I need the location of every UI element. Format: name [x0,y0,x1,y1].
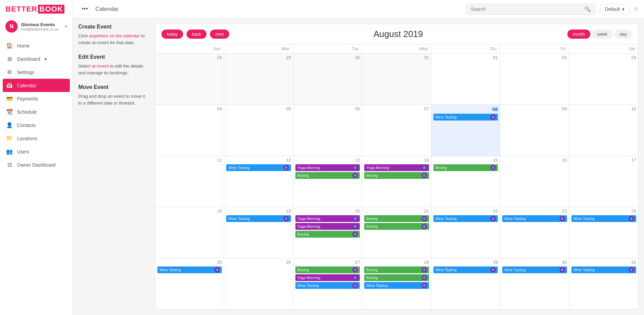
calendar-cell[interactable]: 29 [224,54,293,105]
sidebar-item-settings[interactable]: ⚙ Settings [0,66,73,79]
menu-button[interactable]: ••• [79,3,91,15]
event-chip[interactable]: Wine Tasting 0 [433,266,498,273]
topbar-title: Calendar [95,6,119,13]
user-area[interactable]: N Glorious Events test@betterbook.co.za … [0,17,73,36]
calendar-cell[interactable]: 24Wine Tasting 0 [569,207,638,258]
calendar-cell[interactable]: 05 [224,105,293,156]
event-chip[interactable]: Wine Tasting 0 [226,215,291,222]
sidebar-item-owner-dashboard[interactable]: ⊟ Owner Dashboard [0,158,73,171]
calendar-cell[interactable]: 08Wine Tasting 0 [431,105,500,156]
calendar-cell[interactable]: 07 [362,105,431,156]
calendar-cell[interactable]: 15Boxing 0 [431,156,500,207]
edit-event-link[interactable]: an event [92,63,109,69]
event-chip[interactable]: Yoga Morning 0 [295,215,360,222]
event-chip[interactable]: Wine Tasting 0 [157,266,222,273]
event-label: Wine Tasting [435,115,457,119]
calendar-cell[interactable]: 22Wine Tasting 0 [431,207,500,258]
event-chip[interactable]: Boxing 0 [364,215,429,222]
calendar-cell[interactable]: 25Wine Tasting 0 [155,258,224,309]
sidebar-item-schedule[interactable]: 📆 Schedule [0,105,73,118]
event-chip[interactable]: Wine Tasting 0 [571,266,636,273]
calendar-cell[interactable]: 06 [293,105,362,156]
week-view-button[interactable]: week [592,30,613,39]
calendar-cell[interactable]: 11 [155,156,224,207]
event-chip[interactable]: Wine Tasting 0 [502,215,567,222]
event-chip[interactable]: Boxing 0 [295,266,360,273]
back-button[interactable]: back [187,30,207,39]
event-chip[interactable]: Wine Tasting 0 [571,215,636,222]
cell-date: 31 [364,55,429,60]
calendar-cell[interactable]: 01 [431,54,500,105]
event-chip[interactable]: Yoga Morning 0 [295,164,360,171]
logout-icon[interactable]: ⎋ [634,5,638,13]
day-view-button[interactable]: day [614,30,632,39]
event-chip[interactable]: Boxing 0 [295,172,360,179]
sidebar-item-payments[interactable]: 💳 Payments [0,92,73,105]
create-event-link[interactable]: anywhere on the calendar [89,33,140,38]
event-label: Boxing [366,276,378,280]
calendar-weeks: 282930310102030405060708Wine Tasting 009… [155,54,638,309]
calendar-cell[interactable]: 02 [500,54,569,105]
calendar-cell[interactable]: 13Yoga Morning 0Boxing 0 [293,156,362,207]
event-chip[interactable]: Wine Tasting 0 [295,282,360,289]
calendar-cell[interactable]: 14Yoga Morning 0Boxing 0 [362,156,431,207]
edit-event-title: Edit Event [78,54,150,60]
event-chip[interactable]: Boxing 0 [364,172,429,179]
calendar-cell[interactable]: 26 [224,258,293,309]
calendar-cell[interactable]: 31Wine Tasting 0 [569,258,638,309]
sidebar-item-users[interactable]: 👥 Users [0,145,73,158]
next-button[interactable]: next [210,30,229,39]
event-chip[interactable]: Wine Tasting 0 [433,215,498,222]
event-label: Wine Tasting [573,268,595,272]
calendar-cell[interactable]: 04 [155,105,224,156]
create-event-desc: Click anywhere on the calendar to create… [78,33,150,46]
event-chip[interactable]: Boxing 0 [364,223,429,230]
contacts-icon: 👤 [6,122,13,128]
sidebar-item-home[interactable]: 🏠 Home [0,39,73,52]
event-chip[interactable]: Wine Tasting 0 [433,114,498,121]
calendar-cell[interactable]: 28Boxing 0Boxing 0Wine Tasting 0 [362,258,431,309]
event-chip[interactable]: Boxing 0 [364,274,429,281]
search-input[interactable] [471,6,582,12]
calendar-cell[interactable]: 30 [293,54,362,105]
calendar-cell[interactable]: 20Yoga Morning 0Yoga Morning 0Boxing 0 [293,207,362,258]
calendar-cell[interactable]: 23Wine Tasting 0 [500,207,569,258]
calendar-cell[interactable]: 29Wine Tasting 0 [431,258,500,309]
cell-date: 01 [433,55,498,60]
sidebar-item-calendar[interactable]: 📅 Calendar [3,79,70,92]
sidebar-item-dashboard[interactable]: ⊞ Dashboard ▾ [0,52,73,66]
event-chip[interactable]: Boxing 0 [295,231,360,238]
cell-date: 25 [157,260,222,265]
month-view-button[interactable]: month [567,30,590,39]
default-dropdown[interactable]: Default ▾ [600,4,629,14]
calendar-cell[interactable]: 03 [569,54,638,105]
event-chip[interactable]: Wine Tasting 0 [364,282,429,289]
sidebar-item-locations[interactable]: 📁 Locations [0,132,73,145]
cell-date: 04 [157,106,222,111]
user-name: Glorious Events [21,22,62,27]
today-button[interactable]: today [161,30,183,39]
event-chip[interactable]: Boxing 0 [364,266,429,273]
calendar-cell[interactable]: 21Boxing 0Boxing 0 [362,207,431,258]
calendar-cell[interactable]: 19Wine Tasting 0 [224,207,293,258]
calendar-cell[interactable]: 17 [569,156,638,207]
event-chip[interactable]: Wine Tasting 0 [502,266,567,273]
event-chip[interactable]: Wine Tasting 0 [226,164,291,171]
calendar-cell[interactable]: 27Boxing 0Yoga Morning 0Wine Tasting 0 [293,258,362,309]
calendar-cell[interactable]: 30Wine Tasting 0 [500,258,569,309]
event-badge: 0 [422,216,427,221]
calendar-cell[interactable]: 12Wine Tasting 0 [224,156,293,207]
calendar-cell[interactable]: 28 [155,54,224,105]
event-chip[interactable]: Yoga Morning 0 [295,274,360,281]
calendar-cell[interactable]: 10 [569,105,638,156]
calendar-cell[interactable]: 16 [500,156,569,207]
calendar-cell[interactable]: 18 [155,207,224,258]
sidebar-item-contacts[interactable]: 👤 Contacts [0,118,73,132]
calendar-cell[interactable]: 31 [362,54,431,105]
event-label: Wine Tasting [297,283,319,288]
event-chip[interactable]: Yoga Morning 0 [364,164,429,171]
calendar-cell[interactable]: 09 [500,105,569,156]
event-chip[interactable]: Yoga Morning 0 [295,223,360,230]
move-event-link[interactable]: it [143,94,145,99]
event-chip[interactable]: Boxing 0 [433,164,498,171]
